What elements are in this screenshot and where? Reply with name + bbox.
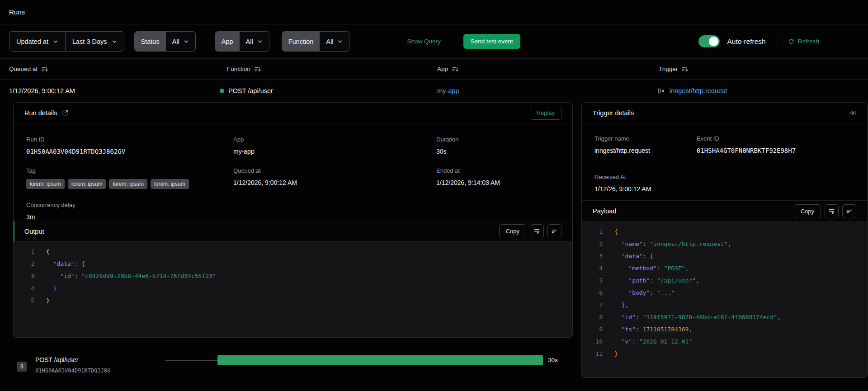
run-details-fields: Run ID 01HS0AA03V04D91RTDQ3J862GV App my… (14, 123, 572, 221)
timeline-duration-bar[interactable] (217, 355, 543, 365)
run-app-link[interactable]: my-app (437, 87, 459, 94)
status-filter-value: All (172, 38, 179, 45)
word-wrap-button[interactable] (825, 204, 839, 218)
time-range-dropdown[interactable]: Last 3 Days (65, 32, 124, 51)
trigger-details-header: Trigger details (582, 103, 867, 123)
tag-badge: lorem: ipsum (26, 179, 65, 189)
run-details-panel: Run details Replay Run ID 01HS0AA03V04D9… (13, 102, 573, 338)
field-label: Ended at (436, 167, 560, 174)
time-range-label: Last 3 Days (72, 38, 107, 45)
app-filter-group: App All (215, 31, 269, 52)
code-line: 1{ (14, 248, 572, 260)
column-label: Trigger (659, 66, 678, 72)
chevron-down-icon (184, 39, 189, 44)
filter-bar: Updated at Last 3 Days Status All App Al… (0, 24, 868, 59)
app-filter-dropdown[interactable]: All (240, 32, 269, 51)
line-number: 3 (14, 273, 34, 279)
toggle-knob (709, 37, 718, 46)
field-tag: Tag lorem: ipsumlorem: ipsumlorem: ipsum… (26, 167, 233, 189)
refresh-controls: Auto-refresh Refresh (698, 33, 819, 50)
copy-label: Copy (801, 208, 814, 215)
payload-copy-button[interactable]: Copy (794, 204, 821, 218)
timeline-run-id: 01HS0AA03V04D91RTDQ3J86 (35, 367, 110, 374)
tag-list: lorem: ipsumlorem: ipsumlorem: ipsumlore… (26, 179, 233, 189)
output-section-header: Output Copy (14, 221, 572, 242)
field-received-at: Received At 1/12/26, 9:00:12 AM (594, 174, 697, 200)
line-number: 10 (582, 338, 603, 345)
external-link-icon[interactable] (62, 109, 69, 116)
function-filter-dropdown[interactable]: All (320, 32, 349, 51)
code-line: 1{ (582, 228, 867, 240)
app-link[interactable]: my-app (233, 148, 436, 155)
column-header-app[interactable]: App (437, 66, 459, 73)
active-section-accent (14, 221, 14, 241)
run-details-title-text: Run details (24, 109, 57, 117)
field-concurrency-delay: Concurrency delay 3m (26, 202, 233, 221)
code-line: 5 "path": "/api/user", (582, 277, 867, 289)
field-label: App (233, 136, 436, 143)
line-number: 1 (582, 228, 603, 235)
collapse-panel-icon[interactable] (849, 109, 856, 117)
time-field-label: Updated at (16, 38, 48, 45)
field-label: Tag (26, 167, 233, 174)
run-function-cell[interactable]: POST /api/user (220, 87, 273, 94)
line-number: 1 (14, 248, 34, 255)
sort-icon (681, 66, 689, 73)
output-code[interactable]: 1{2 "data": {3 "id": "c8429dd9-29b8-44e6… (14, 242, 572, 337)
status-filter-dropdown[interactable]: All (166, 32, 195, 51)
column-header-function[interactable]: Function (227, 66, 261, 73)
duration-value: 30s (436, 148, 560, 155)
pulse-icon (656, 88, 665, 94)
line-number: 3 (582, 253, 603, 259)
runs-page: Runs Updated at Last 3 Days Status All A… (0, 0, 868, 391)
payload-code[interactable]: 1{2 "name": "inngest/http.request",3 "da… (582, 222, 867, 377)
field-trigger-name: Trigger name inngest/http.request (594, 135, 697, 162)
output-copy-button[interactable]: Copy (499, 224, 526, 238)
received-at-value: 1/12/26, 9:00:12 AM (594, 185, 697, 193)
run-row[interactable]: 1/12/2026, 9:00:12 AM POST /api/user my-… (0, 80, 868, 102)
auto-refresh-toggle[interactable] (698, 35, 720, 47)
app-filter-value: All (246, 38, 253, 45)
run-details-title: Run details (24, 109, 69, 117)
output-title: Output (24, 228, 44, 235)
refresh-label: Refresh (798, 38, 819, 45)
align-left-icon (846, 208, 853, 215)
field-label: Received At (594, 174, 697, 180)
line-number: 5 (14, 297, 34, 304)
column-label: Function (227, 66, 250, 72)
run-trigger-link[interactable]: inngest/http.request (670, 87, 727, 94)
time-field-dropdown[interactable]: Updated at (9, 32, 65, 51)
refresh-button[interactable]: Refresh (788, 38, 819, 45)
column-header-trigger[interactable]: Trigger (659, 66, 689, 73)
copy-label: Copy (506, 228, 519, 235)
line-number: 8 (582, 314, 603, 320)
top-bar: Runs (0, 0, 868, 24)
send-test-event-button[interactable]: Send test event (463, 34, 520, 49)
auto-refresh-label: Auto-refresh (727, 38, 765, 46)
format-button[interactable] (842, 204, 856, 218)
format-button[interactable] (547, 224, 561, 238)
chevron-down-icon (257, 39, 263, 44)
field-event-id: Event ID 01HSHA4GT0FN0NRBKTF92E98H7 (697, 135, 854, 162)
code-line: 2 "data": { (14, 260, 572, 273)
trigger-details-title: Trigger details (593, 109, 634, 117)
field-ended-at: Ended at 1/12/2026, 9:14:03 AM (436, 167, 560, 189)
code-line: 3 "data": { (582, 253, 867, 265)
field-label: Duration (436, 136, 560, 143)
code-line: 5} (14, 297, 572, 309)
line-number: 2 (582, 240, 603, 247)
function-filter-value: All (326, 38, 333, 45)
sort-icon (41, 66, 48, 73)
column-header-queued-at[interactable]: Queued at (9, 66, 48, 73)
tag-badge: lorem: ipsum (68, 179, 106, 189)
run-trigger-cell[interactable]: inngest/http.request (656, 87, 727, 94)
sort-icon (452, 66, 459, 73)
replay-button[interactable]: Replay (530, 106, 561, 120)
concurrency-delay-value: 3m (26, 213, 233, 221)
show-query-button[interactable]: Show Query (407, 38, 440, 45)
word-wrap-icon (533, 228, 540, 235)
step-count-badge[interactable]: 3 (17, 362, 27, 372)
word-wrap-button[interactable] (530, 224, 544, 238)
field-label: Concurrency delay (26, 202, 233, 208)
chevron-down-icon (53, 39, 58, 44)
